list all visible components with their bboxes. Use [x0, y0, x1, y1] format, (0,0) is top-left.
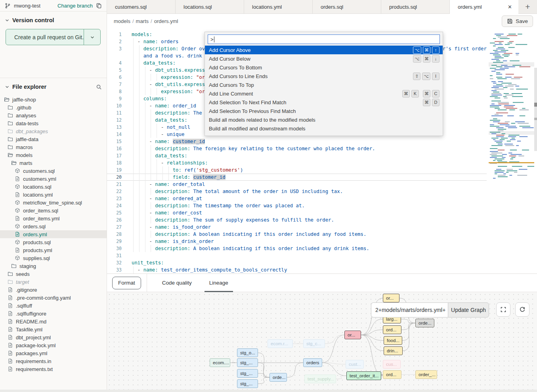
breadcrumb-segment[interactable]: marts: [136, 18, 149, 24]
tab-products-sql[interactable]: products.sql: [381, 0, 450, 13]
close-tab-icon[interactable]: ✕: [507, 4, 513, 10]
file-tree-item-locations.sql[interactable]: locations.sql: [0, 183, 107, 191]
lineage-node-fcust[interactable]: cust...: [346, 360, 364, 369]
lineage-node-stg2[interactable]: stg_...: [237, 358, 258, 367]
palette-item-add-cursors-to-line-ends[interactable]: Add Cursors to Line Ends⇧⌥I: [205, 72, 443, 80]
file-tree-item-requirements.txt[interactable]: requirements.txt: [0, 365, 107, 373]
search-icon[interactable]: [96, 84, 102, 90]
breadcrumb-segment[interactable]: models: [114, 18, 130, 24]
file-tree-item-customers.sql[interactable]: customers.sql: [0, 167, 107, 175]
file-tree-item-jaffle-data[interactable]: jaffle-data: [0, 135, 107, 143]
minimap[interactable]: [489, 33, 534, 183]
file-tree-item-.github[interactable]: .github: [0, 103, 107, 111]
tab-locations-yml[interactable]: locations.yml: [244, 0, 313, 13]
file-tree-item-.pre-commit-config.yaml[interactable]: .pre-commit-config.yaml: [0, 294, 107, 302]
file-explorer-header[interactable]: File explorer: [0, 78, 107, 94]
file-tree-item-models[interactable]: models: [0, 151, 107, 159]
lineage-node-grayorde[interactable]: orde...: [415, 319, 434, 327]
lineage-node-fcus[interactable]: cus...: [383, 360, 401, 369]
create-pr-button[interactable]: Create a pull request on Git...: [6, 29, 101, 45]
lineage-node-yord2[interactable]: ord...: [383, 370, 401, 379]
lineage-node-ordei[interactable]: orde...: [269, 373, 287, 382]
file-tree-item-analyses[interactable]: analyses: [0, 111, 107, 119]
file-tree-item-products.sql[interactable]: products.sql: [0, 238, 107, 246]
lineage-node-stg3[interactable]: stg_...: [237, 369, 258, 378]
file-tree-item-package-lock.yml[interactable]: package-lock.yml: [0, 341, 107, 349]
file-tree-item-target[interactable]: target: [0, 278, 107, 286]
lineage-node-stg4[interactable]: stg_...: [237, 379, 258, 388]
file-tree-item-.gitignore[interactable]: .gitignore: [0, 286, 107, 294]
lineage-node-yfood[interactable]: food...: [384, 336, 402, 345]
fullscreen-button[interactable]: [496, 302, 510, 317]
tab-customers-sql[interactable]: customers.sql: [107, 0, 176, 13]
file-tree-item-.sqlfluff[interactable]: .sqlfluff: [0, 302, 107, 310]
lineage-node-orpink[interactable]: or...: [344, 331, 361, 339]
file-tree-item-products.yml[interactable]: products.yml: [0, 246, 107, 254]
change-branch-link[interactable]: Change branch: [57, 3, 93, 9]
copy-icon[interactable]: [96, 3, 102, 9]
lineage-node-ydrin[interactable]: drin...: [384, 346, 403, 355]
command-palette-input[interactable]: >: [208, 34, 440, 44]
tab-orders-sql[interactable]: orders.sql: [313, 0, 381, 13]
file-tree-item-customers.yml[interactable]: customers.yml: [0, 175, 107, 183]
file-tree-item-marts[interactable]: marts: [0, 159, 107, 167]
lineage-node-yorder2[interactable]: order_...: [415, 370, 437, 379]
file-tree-item-data-tests[interactable]: data-tests: [0, 119, 107, 127]
file-tree-item-metricflow-time-spine.sql[interactable]: metricflow_time_spine.sql: [0, 199, 107, 207]
version-control-header[interactable]: Version control: [0, 11, 107, 27]
palette-item-add-line-comment[interactable]: Add Line Comment⌘K⌘C: [205, 89, 443, 98]
pr-dropdown-caret[interactable]: [84, 29, 100, 45]
lineage-canvas[interactable]: ecom....stg_o...stg_...stg_...stg_...ord…: [107, 292, 537, 392]
bottom-tab-code-quality[interactable]: Code quality: [153, 274, 201, 292]
lineage-node-yord1[interactable]: ord...: [383, 325, 401, 334]
save-button[interactable]: Save: [502, 15, 533, 27]
file-tree-item-seeds[interactable]: seeds: [0, 270, 107, 278]
lineage-node-fstgc[interactable]: stg_c...: [303, 339, 325, 348]
file-tree-item-locations.yml[interactable]: locations.yml: [0, 191, 107, 199]
lineage-node-ecom[interactable]: ecom....: [210, 358, 230, 367]
lineage-node-fecomr[interactable]: ecom.r...: [268, 339, 293, 348]
new-tab-button[interactable]: +: [518, 0, 537, 13]
bottom-scrollbar-track[interactable]: [0, 390, 537, 392]
update-graph-button[interactable]: Update Graph: [448, 302, 489, 317]
palette-item-add-cursor-below[interactable]: Add Cursor Below⌥⌘↓: [205, 54, 443, 63]
refresh-button[interactable]: [515, 302, 529, 317]
indent-guide: [151, 174, 151, 181]
file-tree-item-dbt-project.yml[interactable]: dbt_project.yml: [0, 333, 107, 341]
lineage-node-yor[interactable]: or...: [383, 294, 399, 302]
file-tree-item-order-items.yml[interactable]: order_items.yml: [0, 214, 107, 222]
code-editor[interactable]: 1models:2 - name: orders3 description: O…: [107, 28, 537, 273]
bottom-tab-lineage[interactable]: Lineage: [201, 274, 237, 292]
file-tree-item-jaffle-shop[interactable]: jaffle-shop: [0, 96, 107, 103]
file-tree-item-dbt-packages[interactable]: dbt_packages: [0, 127, 107, 135]
lineage-node-ftests[interactable]: test_supply...: [304, 375, 336, 383]
palette-item-add-cursor-above[interactable]: Add Cursor Above⌥⌘↑: [205, 46, 443, 54]
file-tree-item-orders.sql[interactable]: orders.sql: [0, 222, 107, 230]
file-tree-item-staging[interactable]: staging: [0, 262, 107, 270]
lineage-node-testoi[interactable]: test_order_it...: [346, 371, 381, 380]
file-label: analyses: [16, 113, 36, 119]
file-tree-item-packages.yml[interactable]: packages.yml: [0, 349, 107, 357]
editor-scrollbar-thumb[interactable]: [534, 68, 537, 151]
lineage-filter-input[interactable]: 2+models/marts/orders.yml+: [371, 302, 448, 317]
palette-item-add-cursors-to-top[interactable]: Add Cursors To Top: [205, 80, 443, 89]
palette-item-build-all-models-related-to-the-modified-models[interactable]: Build all models related to the modified…: [205, 115, 443, 124]
palette-item-add-selection-to-previous-find-match[interactable]: Add Selection To Previous Find Match: [205, 107, 443, 115]
file-tree-item-supplies.sql[interactable]: supplies.sql: [0, 254, 107, 262]
file-tree-item-order-items.sql[interactable]: order_items.sql: [0, 207, 107, 214]
tab-locations-sql[interactable]: locations.sql: [176, 0, 244, 13]
file-tree-item-readme.md[interactable]: README.md: [0, 317, 107, 325]
palette-item-add-cursors-to-bottom[interactable]: Add Cursors To Bottom: [205, 63, 443, 72]
tab-orders-yml[interactable]: orders.yml✕: [450, 0, 518, 14]
file-tree-item-requirements.in[interactable]: requirements.in: [0, 357, 107, 365]
palette-item-add-selection-to-next-find-match[interactable]: Add Selection To Next Find Match⌘D: [205, 98, 443, 107]
palette-item-build-all-modified-and-downstream-models[interactable]: Build all modified and downstream models: [205, 124, 443, 133]
file-tree-item-.sqlfluffignore[interactable]: .sqlfluffignore: [0, 310, 107, 317]
format-button[interactable]: Format: [112, 277, 141, 289]
lineage-node-stgo[interactable]: stg_o...: [237, 348, 258, 357]
file-tree-item-orders.yml[interactable]: orders.yml: [0, 230, 107, 238]
file-tree-item-macros[interactable]: macros: [0, 143, 107, 151]
lineage-node-orders[interactable]: orders: [303, 358, 322, 367]
indent-guide: [145, 138, 145, 145]
file-tree-item-taskfile.yml[interactable]: Taskfile.yml: [0, 325, 107, 333]
